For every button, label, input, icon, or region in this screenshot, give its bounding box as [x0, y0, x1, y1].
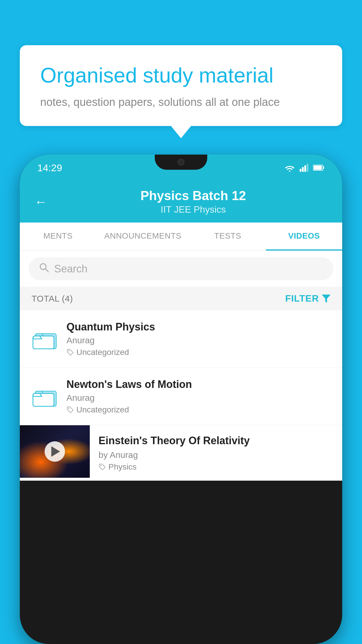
item-icon-container	[31, 383, 58, 410]
filter-icon	[322, 295, 331, 303]
svg-rect-6	[314, 166, 322, 170]
list-item[interactable]: Quantum Physics Anurag Uncategorized	[20, 310, 342, 368]
app-header: ← Physics Batch 12 IIT JEE Physics	[20, 181, 342, 223]
speech-bubble: Organised study material notes, question…	[20, 45, 342, 126]
tag-icon	[99, 463, 106, 471]
tab-videos[interactable]: VIDEOS	[266, 223, 342, 251]
header-subtitle: IIT JEE Physics	[59, 204, 328, 215]
svg-rect-0	[300, 169, 301, 172]
camera-icon	[178, 159, 184, 166]
svg-rect-3	[307, 164, 308, 172]
item-author: Anurag	[66, 393, 331, 403]
svg-point-15	[68, 408, 69, 409]
svg-line-8	[45, 269, 48, 272]
item-title: Einstein's Theory Of Relativity	[99, 434, 333, 448]
header-title: Physics Batch 12	[59, 188, 328, 203]
item-author: Anurag	[66, 335, 331, 345]
folder-icon	[32, 327, 57, 351]
bubble-subtitle: notes, question papers, solutions all at…	[40, 96, 322, 108]
tab-announcements[interactable]: ANNOUNCEMENTS	[96, 223, 190, 251]
tag-text: Uncategorized	[76, 405, 129, 414]
search-placeholder: Search	[54, 263, 87, 275]
filter-bar: TOTAL (4) FILTER	[20, 287, 342, 310]
item-tag: Physics	[99, 462, 333, 472]
item-tag: Uncategorized	[66, 405, 331, 414]
tag-icon	[66, 406, 74, 414]
list-item[interactable]: Newton's Laws of Motion Anurag Uncategor…	[20, 368, 342, 425]
folder-icon	[32, 385, 57, 408]
phone-frame: 14:29	[20, 155, 342, 644]
filter-label: FILTER	[285, 293, 319, 304]
item-tag: Uncategorized	[66, 348, 331, 357]
tab-ments[interactable]: MENTS	[20, 223, 96, 251]
status-bar: 14:29	[20, 155, 342, 181]
svg-rect-1	[302, 167, 304, 172]
thumbnail-container	[20, 425, 90, 478]
tag-text: Uncategorized	[76, 348, 129, 357]
bubble-title: Organised study material	[40, 63, 322, 88]
play-button[interactable]	[45, 441, 65, 462]
speech-bubble-container: Organised study material notes, question…	[20, 45, 342, 126]
tabs-container: MENTS ANNOUNCEMENTS TESTS VIDEOS	[20, 223, 342, 251]
status-time: 14:29	[37, 162, 62, 174]
item-info: Quantum Physics Anurag Uncategorized	[66, 321, 331, 357]
battery-icon	[313, 164, 325, 171]
svg-point-12	[68, 350, 69, 351]
filter-button[interactable]: FILTER	[285, 293, 331, 304]
signal-icon	[300, 164, 308, 172]
back-button[interactable]: ←	[34, 195, 47, 209]
list-item-thumbnail[interactable]: Einstein's Theory Of Relativity by Anura…	[20, 425, 342, 481]
content-list: Quantum Physics Anurag Uncategorized	[20, 310, 342, 481]
svg-rect-2	[304, 165, 306, 172]
tab-tests[interactable]: TESTS	[189, 223, 266, 251]
search-icon	[39, 262, 49, 275]
svg-point-16	[100, 465, 101, 466]
thumbnail-info: Einstein's Theory Of Relativity by Anura…	[90, 425, 342, 480]
tag-icon	[66, 349, 74, 356]
svg-marker-9	[322, 295, 331, 303]
search-container: Search	[20, 251, 342, 287]
total-label: TOTAL (4)	[31, 294, 73, 304]
header-text: Physics Batch 12 IIT JEE Physics	[59, 188, 328, 215]
status-icons	[284, 164, 325, 172]
play-triangle-icon	[51, 446, 60, 457]
search-bar[interactable]: Search	[29, 257, 333, 280]
item-author: by Anurag	[99, 450, 333, 460]
item-info: Newton's Laws of Motion Anurag Uncategor…	[66, 378, 331, 414]
item-title: Newton's Laws of Motion	[66, 378, 331, 391]
tag-text: Physics	[108, 462, 136, 472]
svg-rect-5	[323, 167, 324, 169]
item-title: Quantum Physics	[66, 321, 331, 333]
notch	[155, 155, 207, 170]
item-icon-container	[31, 326, 58, 352]
wifi-icon	[284, 164, 295, 172]
